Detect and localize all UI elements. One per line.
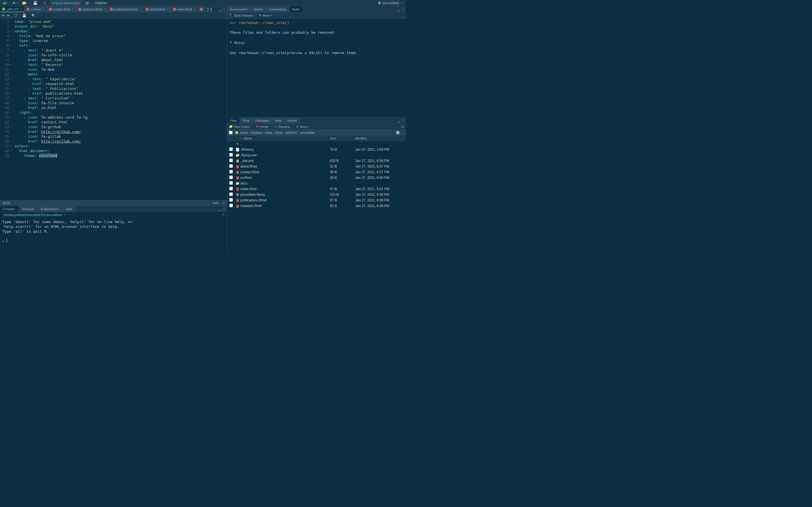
new-project-button[interactable]: ✚▾	[11, 0, 18, 6]
env-tab[interactable]: Connections	[266, 6, 289, 12]
console-output[interactable]: Type 'demo()' for some demos, 'help()' f…	[0, 218, 227, 253]
popout-icon[interactable]: ↗	[64, 213, 66, 217]
file-row[interactable]: 📕about.Rmd51 BJan 27, 2021, 6:37 PM	[227, 164, 406, 169]
close-tab-icon[interactable]: ×	[139, 8, 141, 11]
source-tab[interactable]: _site.yml×	[0, 6, 24, 12]
file-name[interactable]: .Rhistory	[240, 148, 330, 152]
home-icon[interactable]: 🏠	[235, 131, 239, 134]
file-row[interactable]: ⬣provaWeb.Rproj225 BJan 27, 2021, 6:38 P…	[227, 192, 406, 198]
file-row[interactable]: 📁docs	[227, 180, 406, 186]
files-tab[interactable]: Files	[227, 117, 240, 123]
breadcrumb-item[interactable]: ASBTEC	[285, 131, 298, 134]
addins-menu[interactable]: Addins ▾	[93, 0, 109, 6]
files-tab[interactable]: Help	[272, 117, 285, 123]
env-tab[interactable]: Environment	[227, 6, 251, 12]
build-output[interactable]: ==> rmarkdown::clean_site() These files …	[227, 18, 406, 117]
panes-button[interactable]: ▦▾	[84, 0, 91, 6]
select-all-checkbox[interactable]	[229, 131, 233, 134]
source-tab[interactable]: about.Rmd×	[144, 6, 171, 12]
project-selector[interactable]: ⬣ provaWeb ▾	[375, 1, 405, 5]
file-name[interactable]: research.Rmd	[240, 204, 330, 208]
maximize-pane-icon[interactable]: ▢	[222, 7, 225, 11]
console-tab[interactable]: Terminal ×	[19, 206, 38, 212]
console-working-dir[interactable]: ~/Desktop/Adria/Other/ASBTEC/provaWeb/	[2, 213, 62, 217]
env-tab[interactable]: History	[251, 6, 266, 12]
file-checkbox[interactable]	[229, 147, 233, 151]
source-tab[interactable]	[198, 6, 205, 12]
file-name[interactable]: docs	[240, 181, 330, 185]
source-tab[interactable]: research.Rmd×	[76, 6, 108, 12]
rename-button[interactable]: ▭Rename	[274, 125, 290, 128]
file-checkbox[interactable]	[229, 170, 233, 173]
file-checkbox[interactable]	[229, 175, 233, 179]
code-editor[interactable]: 1234567891011121314151617181920212223242…	[0, 18, 227, 200]
file-name[interactable]: cv.Rmd	[240, 176, 330, 180]
breadcrumb-item[interactable]: Home	[240, 131, 248, 134]
file-checkbox[interactable]	[229, 198, 233, 202]
goto-project-dir-icon[interactable]: R	[396, 131, 400, 134]
maximize-pane-icon[interactable]: ▢	[222, 207, 225, 211]
clear-console-icon[interactable]: ✎	[222, 213, 225, 217]
file-checkbox[interactable]	[229, 187, 233, 190]
maximize-pane-icon[interactable]: ▢	[402, 7, 404, 11]
back-button[interactable]: ⬅	[2, 13, 4, 17]
file-checkbox[interactable]	[229, 153, 233, 157]
minimize-pane-icon[interactable]: ▁	[218, 7, 221, 11]
close-tab-icon[interactable]: ×	[43, 8, 44, 11]
file-row[interactable]: 📕research.Rmd93 BJan 27, 2021, 6:36 PM	[227, 203, 406, 209]
new-folder-button[interactable]: 📁New Folder	[229, 125, 250, 128]
new-file-button[interactable]: ◉▾	[1, 0, 9, 6]
breadcrumb-item[interactable]: provaWeb	[301, 131, 315, 134]
env-tab[interactable]: Build	[290, 6, 302, 12]
col-size[interactable]: Size	[330, 136, 355, 140]
col-name[interactable]: Name	[244, 136, 252, 140]
forward-button[interactable]: ➡	[7, 13, 10, 17]
open-file-button[interactable]: 📂▾	[20, 0, 29, 6]
show-in-new-window-button[interactable]: ❐	[14, 13, 17, 17]
refresh-button[interactable]: ⟳	[401, 124, 404, 129]
print-button[interactable]: 🖨	[41, 0, 48, 6]
console-tab[interactable]: R Markdown ×	[38, 206, 63, 212]
file-checkbox[interactable]	[229, 164, 233, 168]
source-tab[interactable]: publications.Rmd×	[108, 6, 144, 12]
close-tab-icon[interactable]: ×	[194, 8, 195, 11]
source-tab[interactable]: cv.Rmd×	[24, 6, 47, 12]
file-name[interactable]: provaWeb.Rproj	[240, 193, 330, 196]
file-checkbox[interactable]	[229, 192, 233, 196]
source-tab[interactable]: contact.Rmd×	[47, 6, 77, 12]
minimize-pane-icon[interactable]: ▁	[398, 119, 400, 122]
build-website-button[interactable]: 🔨 Build Website	[229, 13, 253, 17]
find-replace-button[interactable]: 🔍	[31, 13, 36, 17]
file-name[interactable]: contact.Rmd	[240, 170, 330, 174]
sort-indicator-icon[interactable]: ▲	[240, 137, 243, 139]
files-tab[interactable]: Packages	[253, 117, 272, 123]
save-all-button[interactable]: 💾	[31, 0, 39, 6]
minimize-pane-icon[interactable]: ▁	[398, 7, 400, 11]
file-name[interactable]: publications.Rmd	[240, 198, 330, 202]
language-mode[interactable]: YAML	[210, 201, 221, 205]
col-modified[interactable]: Modified	[355, 136, 406, 140]
files-more-menu[interactable]: ⚙More▾	[296, 125, 309, 128]
file-row[interactable]: 📕contact.Rmd95 BJan 27, 2021, 6:37 PM	[227, 169, 406, 175]
file-name[interactable]: index.Rmd	[240, 187, 330, 191]
file-row[interactable]: 📁.Rproj.user	[227, 152, 406, 158]
build-more-menu[interactable]: ⚙ More ▾	[259, 13, 272, 17]
file-row[interactable]: 📕index.Rmd67 BJan 27, 2021, 6:41 PM	[227, 186, 406, 192]
breadcrumb-item[interactable]: Other	[275, 131, 283, 134]
breadcrumb-item[interactable]: Adria	[265, 131, 272, 134]
save-button[interactable]: 💾	[22, 13, 27, 17]
close-tab-icon[interactable]: ×	[20, 7, 22, 10]
file-name[interactable]: .Rproj.user	[240, 153, 330, 157]
file-checkbox[interactable]	[229, 159, 233, 162]
tab-overflow[interactable]: ❯❯	[205, 6, 214, 12]
file-up-row[interactable]: ⬆..	[227, 141, 406, 147]
file-row[interactable]: 📄.Rhistory74 BJan 27, 2021, 3:49 PM	[227, 147, 406, 152]
file-row[interactable]: 📕publications.Rmd97 BJan 27, 2021, 6:36 …	[227, 198, 406, 203]
close-tab-icon[interactable]: ×	[72, 8, 73, 11]
file-checkbox[interactable]	[229, 181, 233, 185]
file-name[interactable]: about.Rmd	[240, 165, 330, 168]
file-row[interactable]: 📗_site.yml633 BJan 27, 2021, 6:39 PM	[227, 158, 406, 164]
minimize-pane-icon[interactable]: ▁	[218, 207, 221, 211]
console-tab[interactable]: Console ×	[0, 206, 19, 212]
console-tab[interactable]: Jobs	[63, 206, 75, 212]
